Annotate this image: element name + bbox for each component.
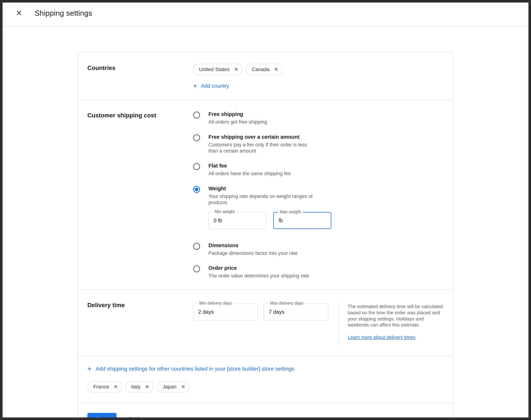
countries-chip-row: United States ✕ Canada ✕ [193, 64, 444, 75]
countries-label: Countries [87, 64, 193, 89]
back-button[interactable]: Back [129, 416, 140, 420]
shipping-settings-card: Countries United States ✕ Canada ✕ + Add… [77, 52, 454, 420]
close-icon[interactable]: ✕ [14, 8, 24, 18]
country-chip-united-states[interactable]: United States ✕ [193, 64, 243, 75]
save-button[interactable]: Save [87, 413, 117, 420]
radio-flat-fee[interactable] [193, 163, 200, 170]
option-free-shipping: Free shipping All orders get free shippi… [193, 111, 444, 125]
delivery-info-text: The estimated delivery time will be calc… [348, 304, 443, 328]
delivery-info: The estimated delivery time will be calc… [348, 303, 446, 341]
radio-weight[interactable] [193, 186, 200, 193]
max-weight-input[interactable] [274, 212, 331, 228]
min-delivery-days-input[interactable] [194, 304, 258, 320]
min-weight-field: Min weight [208, 212, 266, 229]
radio-dimensions[interactable] [193, 243, 200, 250]
option-dimensions: Dimensions Package dimensions factor int… [193, 242, 444, 256]
chip-label: Italy [131, 384, 140, 390]
remove-country-icon[interactable]: ✕ [145, 384, 150, 390]
option-order-price: Order price The order value determines y… [193, 265, 444, 279]
weight-fields-row: Min weight Max weight [208, 212, 331, 229]
country-chip-italy[interactable]: Italy ✕ [125, 381, 153, 392]
other-countries-section: + Add shipping settings for other countr… [78, 356, 453, 403]
add-country-label: Add country [201, 83, 229, 89]
chip-label: France [93, 384, 109, 390]
option-title: Flat fee [208, 163, 291, 169]
remove-country-icon[interactable]: ✕ [113, 384, 118, 390]
country-chip-japan[interactable]: Japan ✕ [157, 381, 189, 392]
option-desc: Your shipping rate depends on weight ran… [208, 194, 318, 206]
plus-icon: + [193, 82, 197, 89]
min-delivery-days-field: Min delivery days [193, 303, 258, 320]
delivery-fields-row: Min delivery days Max delivery days [193, 303, 328, 320]
plus-icon: + [87, 365, 91, 373]
min-weight-input[interactable] [209, 212, 266, 229]
shipping-cost-label: Customer shipping cost [87, 111, 193, 279]
max-weight-label: Max weight [278, 210, 303, 214]
chip-label: United States [199, 67, 229, 72]
max-delivery-days-input[interactable] [264, 304, 328, 320]
remove-country-icon[interactable]: ✕ [234, 67, 239, 72]
add-country-button[interactable]: + Add country [193, 82, 229, 89]
learn-more-link[interactable]: Learn more about delivery times [348, 334, 415, 341]
option-desc: The order value determines your shipping… [208, 273, 309, 279]
option-title: Free shipping [208, 111, 267, 117]
option-weight: Weight Your shipping rate depends on wei… [193, 186, 444, 234]
option-desc: All orders get free shipping [208, 119, 267, 125]
min-delivery-days-label: Min delivery days [197, 301, 234, 306]
shipping-cost-section: Customer shipping cost Free shipping All… [78, 100, 453, 289]
chip-label: Canada [252, 67, 270, 72]
country-chip-france[interactable]: France ✕ [87, 381, 122, 392]
option-desc: Package dimensions factor into your rate [208, 250, 298, 256]
radio-order-price[interactable] [193, 265, 200, 272]
option-title: Free shipping over a certain amount [208, 134, 318, 140]
option-title: Order price [208, 265, 309, 271]
option-title: Weight [208, 186, 331, 192]
delivery-time-section: Delivery time Min delivery days Max deli… [78, 289, 453, 356]
vertical-divider [339, 303, 339, 346]
other-countries-chip-row: France ✕ Italy ✕ Japan ✕ [87, 381, 444, 392]
option-title: Dimensions [208, 242, 298, 248]
max-delivery-days-field: Max delivery days [264, 303, 328, 320]
add-other-countries-label: Add shipping settings for other countrie… [96, 366, 294, 372]
delivery-time-label: Delivery time [87, 301, 193, 346]
max-weight-field: Max weight [273, 212, 331, 229]
radio-free-over-amount[interactable] [193, 134, 200, 141]
country-chip-canada[interactable]: Canada ✕ [246, 64, 282, 75]
add-other-countries-button[interactable]: + Add shipping settings for other countr… [87, 365, 294, 373]
countries-section: Countries United States ✕ Canada ✕ + Add… [78, 53, 453, 100]
radio-free-shipping[interactable] [193, 112, 200, 119]
top-bar: ✕ Shipping settings [0, 0, 531, 27]
chip-label: Japan [163, 384, 177, 390]
option-free-over-amount: Free shipping over a certain amount Cust… [193, 134, 444, 154]
option-flat-fee: Flat fee All orders have the same shippi… [193, 163, 444, 177]
remove-country-icon[interactable]: ✕ [181, 384, 185, 390]
remove-country-icon[interactable]: ✕ [274, 67, 278, 72]
option-desc: Customers pay a fee only if their order … [208, 142, 318, 154]
footer-section: Save Back [78, 403, 453, 420]
option-desc: All orders have the same shipping fee [208, 171, 291, 177]
page-title: Shipping settings [35, 9, 92, 17]
min-weight-label: Min weight [213, 209, 237, 214]
max-delivery-days-label: Max delivery days [268, 301, 305, 306]
